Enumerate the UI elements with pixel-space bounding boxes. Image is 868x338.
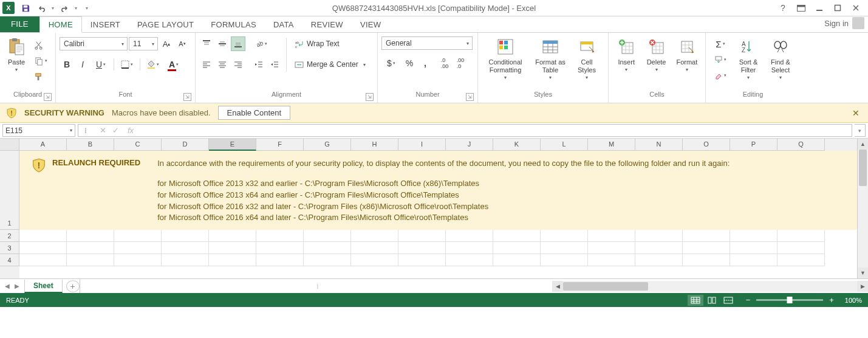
cell[interactable] — [114, 230, 162, 242]
align-middle-button[interactable] — [215, 36, 230, 51]
security-close-button[interactable]: ✕ — [850, 107, 862, 119]
border-button[interactable]: ▾ — [117, 57, 137, 72]
cell[interactable] — [351, 242, 398, 254]
enable-content-button[interactable]: Enable Content — [218, 106, 291, 120]
row-header[interactable]: 2 — [0, 230, 19, 242]
zoom-slider[interactable] — [756, 299, 823, 301]
increase-indent-button[interactable] — [267, 57, 282, 72]
cell[interactable] — [304, 242, 351, 254]
cancel-formula-button[interactable]: ✕ — [97, 126, 109, 135]
cell[interactable] — [19, 242, 67, 254]
scroll-track[interactable] — [858, 150, 868, 267]
cell[interactable] — [541, 242, 588, 254]
undo-button[interactable] — [34, 1, 49, 15]
cell[interactable] — [683, 230, 730, 242]
cell[interactable] — [588, 254, 635, 266]
cell[interactable] — [256, 230, 304, 242]
font-color-button[interactable]: A▾ — [164, 57, 183, 72]
italic-button[interactable]: I — [75, 57, 90, 72]
formula-input[interactable] — [143, 124, 852, 137]
hscroll-thumb[interactable] — [563, 282, 648, 291]
tab-formulas[interactable]: FORMULAS — [202, 17, 265, 32]
font-size-combo[interactable]: 11▾ — [129, 37, 158, 50]
format-as-table-button[interactable]: Format as Table▾ — [531, 35, 570, 90]
cell[interactable] — [635, 242, 683, 254]
tab-file[interactable]: FILE — [0, 16, 39, 32]
page-layout-view-button[interactable] — [704, 295, 720, 306]
cell[interactable] — [67, 254, 114, 266]
column-header[interactable]: J — [446, 139, 493, 151]
scroll-up-button[interactable]: ▲ — [858, 139, 868, 150]
redo-dropdown[interactable]: ▾ — [73, 5, 79, 11]
column-header[interactable]: B — [67, 139, 114, 151]
undo-dropdown[interactable]: ▾ — [50, 5, 56, 11]
cell[interactable] — [730, 254, 777, 266]
sheet-next-button[interactable]: ▶ — [13, 281, 21, 291]
cell[interactable] — [493, 230, 541, 242]
column-header[interactable]: I — [398, 139, 446, 151]
cell[interactable] — [446, 254, 493, 266]
column-header[interactable]: M — [588, 139, 635, 151]
cell[interactable] — [493, 242, 541, 254]
cell[interactable] — [777, 254, 825, 266]
cell[interactable] — [446, 242, 493, 254]
grid-main[interactable]: ABCDEFGHIJKLMNOPQ ! RELAUNCH REQUIRED In… — [19, 139, 857, 278]
new-sheet-button[interactable]: + — [66, 280, 80, 292]
cell[interactable] — [541, 230, 588, 242]
comma-format-button[interactable]: , — [418, 56, 432, 71]
bold-button[interactable]: B — [60, 57, 74, 72]
cells[interactable]: ! RELAUNCH REQUIRED In accordance with t… — [19, 151, 857, 266]
column-header[interactable]: H — [351, 139, 398, 151]
hscroll-track[interactable] — [563, 281, 857, 292]
cell[interactable] — [304, 230, 351, 242]
select-all-button[interactable] — [0, 139, 19, 151]
conditional-formatting-button[interactable]: Conditional Formatting▾ — [482, 35, 529, 90]
enter-formula-button[interactable]: ✓ — [110, 126, 121, 135]
cell[interactable] — [588, 230, 635, 242]
cell[interactable] — [398, 254, 446, 266]
cell[interactable] — [730, 242, 777, 254]
cell[interactable] — [256, 242, 304, 254]
row-header[interactable]: 4 — [0, 254, 19, 266]
cell[interactable] — [683, 254, 730, 266]
find-select-button[interactable]: Find & Select▾ — [765, 35, 796, 90]
vertical-scrollbar[interactable]: ▲ ▼ — [857, 139, 868, 278]
cell[interactable] — [114, 242, 162, 254]
cell[interactable] — [19, 254, 67, 266]
redo-button[interactable] — [57, 1, 72, 15]
minimize-button[interactable] — [811, 1, 828, 15]
font-launcher[interactable]: ⇲ — [183, 93, 191, 101]
decrease-font-button[interactable]: A▾ — [175, 36, 190, 51]
column-header[interactable]: L — [541, 139, 588, 151]
autosum-button[interactable]: Σ▾ — [709, 36, 731, 51]
decrease-decimal-button[interactable]: .00.0 — [453, 56, 468, 71]
column-header[interactable]: G — [304, 139, 351, 151]
column-header[interactable]: F — [256, 139, 304, 151]
sheet-tab[interactable]: Sheet — [24, 280, 63, 293]
tab-page-layout[interactable]: PAGE LAYOUT — [129, 17, 202, 32]
decrease-indent-button[interactable] — [251, 57, 266, 72]
cell[interactable] — [493, 254, 541, 266]
name-box[interactable]: E115▾ — [2, 124, 75, 137]
align-center-button[interactable] — [215, 57, 230, 72]
scroll-down-button[interactable]: ▼ — [858, 267, 868, 278]
cell[interactable] — [256, 254, 304, 266]
sheet-prev-button[interactable]: ◀ — [4, 281, 11, 291]
tab-view[interactable]: VIEW — [352, 17, 389, 32]
align-top-button[interactable] — [199, 36, 214, 51]
cell[interactable] — [67, 242, 114, 254]
insert-function-button[interactable]: fx — [123, 126, 138, 135]
tab-home[interactable]: HOME — [39, 16, 82, 33]
fill-color-button[interactable]: ▾ — [143, 57, 163, 72]
cell[interactable] — [114, 254, 162, 266]
align-bottom-button[interactable] — [231, 36, 245, 51]
cell[interactable] — [446, 230, 493, 242]
column-header[interactable]: D — [162, 139, 209, 151]
scroll-thumb[interactable] — [859, 150, 867, 186]
cut-button[interactable] — [31, 38, 46, 52]
cell[interactable] — [398, 242, 446, 254]
row-header[interactable]: 3 — [0, 242, 19, 254]
fill-button[interactable]: ▾ — [709, 52, 731, 67]
normal-view-button[interactable] — [688, 295, 703, 306]
paste-button[interactable]: Paste ▾ — [4, 35, 29, 90]
